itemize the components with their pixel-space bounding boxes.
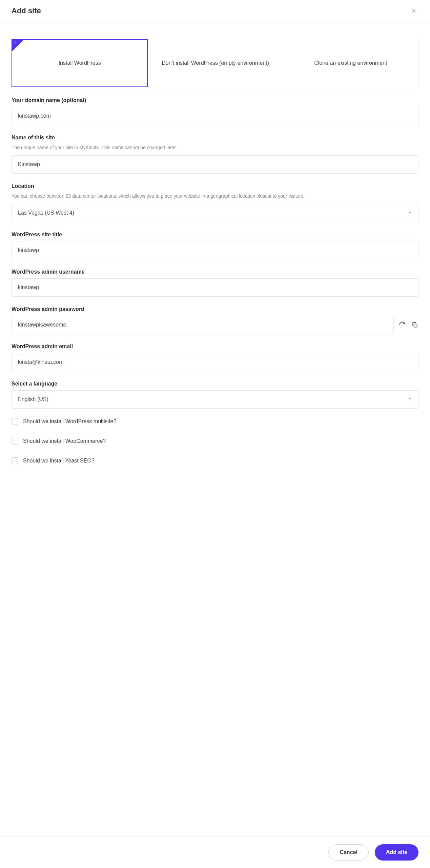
field-wp-title: WordPress site title (12, 232, 418, 259)
field-domain: Your domain name (optional) (12, 97, 418, 125)
checkbox-multisite-label[interactable]: Should we install WordPress multisite? (23, 418, 116, 425)
refresh-icon (399, 321, 406, 328)
wp-title-input[interactable] (12, 241, 418, 259)
wp-title-label: WordPress site title (12, 232, 418, 238)
wp-email-input[interactable] (12, 353, 418, 371)
field-language: Select a language (12, 381, 418, 409)
checkbox-woocommerce-label[interactable]: Should we install WooCommerce? (23, 438, 106, 444)
field-wp-email: WordPress admin email (12, 343, 418, 371)
field-site-name: Name of this site The unique name of you… (12, 135, 418, 174)
location-label: Location (12, 183, 418, 189)
checkbox-multisite[interactable] (12, 418, 18, 425)
svg-rect-2 (414, 324, 417, 327)
option-clone-environment[interactable]: Clone an existing environment (283, 39, 418, 87)
wp-password-label: WordPress admin password (12, 306, 418, 312)
option-label: Install WordPress (59, 59, 101, 67)
domain-input[interactable] (12, 107, 418, 125)
add-site-button[interactable]: Add site (375, 844, 418, 861)
modal-header: Add site (0, 0, 430, 23)
checkbox-multisite-row: Should we install WordPress multisite? (12, 418, 418, 425)
option-install-wordpress[interactable]: ✓ Install WordPress (12, 39, 148, 87)
field-location: Location You can choose between 23 data … (12, 183, 418, 222)
wp-user-input[interactable] (12, 278, 418, 297)
domain-label: Your domain name (optional) (12, 97, 418, 103)
location-select[interactable] (12, 204, 418, 222)
regenerate-password-button[interactable] (398, 321, 406, 329)
copy-icon (411, 321, 418, 328)
checkbox-yoast-label[interactable]: Should we install Yoast SEO? (23, 458, 95, 464)
checkbox-woocommerce[interactable] (12, 438, 18, 445)
checkbox-yoast[interactable] (12, 457, 18, 464)
field-wp-password: WordPress admin password (12, 306, 418, 334)
option-label: Clone an existing environment (314, 59, 387, 67)
wp-email-label: WordPress admin email (12, 343, 418, 350)
location-help: You can choose between 23 data center lo… (12, 193, 418, 200)
cancel-button[interactable]: Cancel (328, 844, 368, 861)
language-select[interactable] (12, 390, 418, 409)
install-mode-options: ✓ Install WordPress Don't install WordPr… (12, 39, 418, 87)
site-name-label: Name of this site (12, 135, 418, 141)
modal-footer: Cancel Add site (0, 836, 430, 868)
check-icon: ✓ (14, 41, 17, 44)
close-button[interactable] (409, 6, 418, 16)
modal-body: ✓ Install WordPress Don't install WordPr… (0, 23, 430, 836)
wp-password-input[interactable] (12, 316, 394, 334)
site-name-help: The unique name of your site in MyKinsta… (12, 144, 418, 151)
wp-user-label: WordPress admin username (12, 269, 418, 275)
site-name-input[interactable] (12, 155, 418, 174)
field-wp-user: WordPress admin username (12, 269, 418, 297)
copy-password-button[interactable] (411, 321, 419, 329)
modal-title: Add site (12, 6, 41, 15)
option-label: Don't install WordPress (empty environme… (162, 59, 269, 67)
language-label: Select a language (12, 381, 418, 387)
checkbox-yoast-row: Should we install Yoast SEO? (12, 457, 418, 464)
close-icon (411, 8, 416, 14)
checkbox-woocommerce-row: Should we install WooCommerce? (12, 438, 418, 445)
option-empty-environment[interactable]: Don't install WordPress (empty environme… (148, 39, 283, 87)
